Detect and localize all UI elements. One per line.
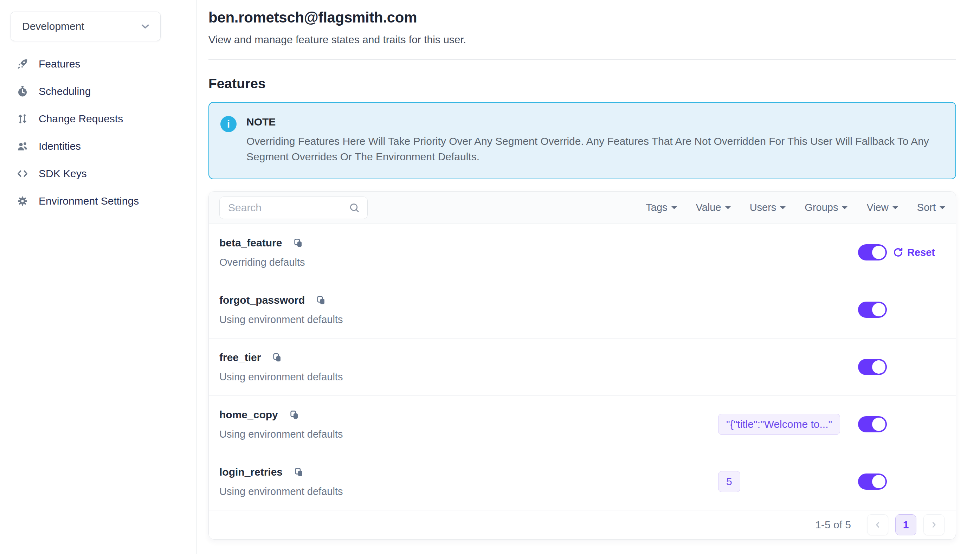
feature-toggle[interactable]	[858, 416, 887, 432]
feature-value-badge[interactable]: 5	[718, 471, 740, 492]
sidebar-item-change-requests[interactable]: Change Requests	[11, 105, 196, 132]
filter-label: Value	[696, 202, 721, 213]
filter-value[interactable]: Value	[696, 202, 731, 213]
rocket-icon	[16, 57, 30, 71]
pagination: 1-5 of 5 1	[209, 510, 956, 539]
filter-tags[interactable]: Tags	[646, 202, 677, 213]
copy-icon[interactable]	[289, 409, 300, 421]
page-title: ben.rometsch@flagsmith.com	[208, 9, 956, 26]
people-icon	[16, 139, 30, 153]
caret-down-icon	[940, 206, 945, 212]
sidebar-item-label: Environment Settings	[39, 195, 139, 207]
feature-toggle[interactable]	[858, 244, 887, 261]
code-brackets-icon	[16, 167, 30, 181]
sidebar-item-label: Identities	[39, 140, 81, 152]
environment-selector-value: Development	[22, 21, 84, 32]
sidebar-item-environment-settings[interactable]: Environment Settings	[11, 187, 196, 215]
page-subtitle: View and manage feature states and trait…	[208, 34, 956, 46]
gear-icon	[16, 194, 30, 208]
feature-status: Using environment defaults	[220, 486, 343, 497]
sidebar-nav: Features Scheduling	[11, 50, 196, 215]
feature-row[interactable]: forgot_password Using environment defaul…	[209, 281, 956, 339]
copy-icon[interactable]	[315, 294, 326, 306]
filter-view[interactable]: View	[867, 202, 898, 213]
feature-row[interactable]: beta_feature Overriding defaults	[209, 224, 956, 281]
feature-row[interactable]: login_retries Using environment defaults…	[209, 453, 956, 510]
sidebar-item-label: Change Requests	[39, 113, 123, 125]
value-slot: 5	[718, 471, 842, 492]
caret-down-icon	[725, 206, 731, 212]
feature-status: Overriding defaults	[220, 256, 305, 268]
filter-label: Users	[750, 202, 776, 213]
feature-controls	[858, 359, 945, 375]
environment-selector[interactable]: Development	[11, 11, 161, 41]
stopwatch-icon	[16, 84, 30, 99]
toggle-knob	[872, 418, 885, 431]
caret-down-icon	[842, 206, 848, 212]
search-box	[220, 196, 368, 219]
search-input[interactable]	[228, 202, 348, 214]
value-slot: "{"title":"Welcome to..."	[718, 414, 842, 435]
sidebar-item-features[interactable]: Features	[11, 50, 196, 78]
copy-icon[interactable]	[293, 466, 304, 478]
reset-label: Reset	[907, 247, 935, 258]
feature-info: forgot_password Using environment defaul…	[220, 294, 343, 325]
feature-value-badge[interactable]: "{"title":"Welcome to..."	[718, 414, 840, 435]
features-heading: Features	[208, 76, 956, 91]
toggle-knob	[872, 360, 885, 374]
filter-label: Groups	[805, 202, 838, 213]
toggle-knob	[872, 303, 885, 316]
feature-info: beta_feature Overriding defaults	[220, 237, 305, 268]
feature-name: forgot_password	[220, 294, 305, 306]
caret-down-icon	[892, 206, 898, 212]
copy-icon[interactable]	[293, 237, 304, 249]
filter-sort[interactable]: Sort	[917, 202, 945, 213]
copy-icon[interactable]	[271, 352, 283, 363]
filter-groups[interactable]: Groups	[805, 202, 848, 213]
features-toolbar: Tags Value Users Groups	[209, 192, 956, 224]
caret-down-icon	[780, 206, 786, 212]
feature-controls	[858, 302, 945, 318]
toggle-knob	[872, 475, 885, 488]
feature-name: home_copy	[220, 409, 278, 421]
sidebar-item-scheduling[interactable]: Scheduling	[11, 78, 196, 105]
feature-name: beta_feature	[220, 237, 282, 249]
feature-status: Using environment defaults	[220, 428, 343, 440]
pagination-page-1-button[interactable]: 1	[895, 514, 916, 535]
feature-status: Using environment defaults	[220, 314, 343, 325]
note-title: NOTE	[247, 116, 935, 128]
reset-button[interactable]: Reset	[892, 247, 935, 258]
pagination-next-button[interactable]	[923, 514, 945, 535]
features-panel: Tags Value Users Groups	[208, 191, 956, 540]
sidebar-item-sdk-keys[interactable]: SDK Keys	[11, 160, 196, 187]
chevron-left-icon	[873, 520, 882, 529]
feature-info: free_tier Using environment defaults	[220, 352, 343, 383]
note-content: NOTE Overriding Features Here Will Take …	[247, 116, 935, 164]
feature-toggle[interactable]	[858, 359, 887, 375]
feature-row[interactable]: home_copy Using environment defaults "{"…	[209, 396, 956, 453]
feature-toggle[interactable]	[858, 473, 887, 490]
filter-label: Tags	[646, 202, 667, 213]
filter-users[interactable]: Users	[750, 202, 786, 213]
feature-row[interactable]: free_tier Using environment defaults	[209, 339, 956, 396]
main-content: ben.rometsch@flagsmith.com View and mana…	[197, 0, 980, 554]
feature-controls: "{"title":"Welcome to..."	[718, 414, 945, 435]
filter-label: View	[867, 202, 888, 213]
sidebar-item-identities[interactable]: Identities	[11, 132, 196, 160]
sidebar: Development Features	[0, 0, 197, 554]
sidebar-item-label: Features	[39, 58, 80, 70]
app-root: Development Features	[0, 0, 980, 554]
divider	[208, 59, 956, 60]
refresh-icon	[892, 247, 904, 258]
pagination-prev-button[interactable]	[867, 514, 888, 535]
feature-toggle[interactable]	[858, 302, 887, 318]
feature-status: Using environment defaults	[220, 371, 343, 383]
feature-info: login_retries Using environment defaults	[220, 466, 343, 497]
sidebar-item-label: SDK Keys	[39, 168, 87, 180]
feature-name: free_tier	[220, 352, 261, 363]
filter-bar: Tags Value Users Groups	[646, 202, 945, 213]
toggle-knob	[872, 246, 885, 259]
chevron-down-icon	[139, 21, 151, 32]
feature-controls: Reset	[858, 244, 945, 261]
sidebar-item-label: Scheduling	[39, 85, 91, 97]
